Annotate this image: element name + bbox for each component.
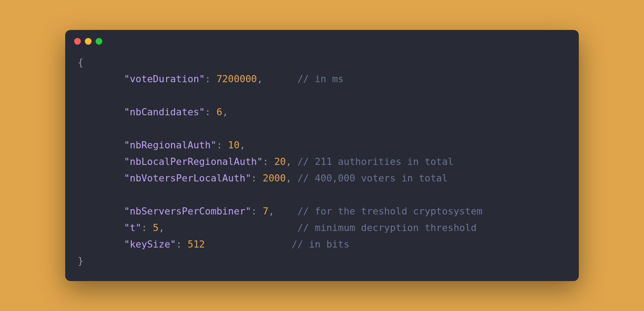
json-key: "nbLocalPerRegionalAuth" [124,156,263,167]
json-comment: // minimum decryption threshold [297,222,477,233]
json-comma: , [257,73,263,84]
json-comment: // 400,000 voters in total [297,172,448,184]
json-open-brace: { [78,57,84,68]
code-content: { "voteDuration": 7200000, // in ms "nbC… [65,48,579,281]
json-close-brace: } [78,255,84,266]
json-comma: , [222,106,228,118]
json-colon: : [176,239,188,250]
json-comment: // 211 authorities in total [297,156,454,167]
json-number: 7 [263,206,268,217]
json-key: "keySize" [124,239,176,250]
json-comma: , [239,139,245,151]
json-number: 20 [274,156,286,167]
json-colon: : [251,206,263,217]
json-key: "nbVotersPerLocalAuth" [124,172,251,184]
json-number: 5 [153,222,159,233]
minimize-icon[interactable] [85,38,92,45]
json-colon: : [217,139,228,151]
json-colon: : [141,222,153,233]
json-number: 7200000 [217,73,257,84]
json-comma: , [286,172,292,184]
json-colon: : [205,106,217,118]
json-number: 512 [188,239,205,250]
json-key: "nbCandidates" [124,106,205,118]
json-comma: , [286,156,292,167]
json-comment: // in ms [297,73,344,84]
maximize-icon[interactable] [96,38,102,45]
json-colon: : [263,156,274,167]
json-key: "nbRegionalAuth" [124,139,217,151]
json-colon: : [251,172,263,184]
json-comma: , [268,206,274,217]
json-key: "nbServersPerCombiner" [124,206,251,217]
close-icon[interactable] [74,38,81,45]
json-key: "t" [124,222,142,233]
json-number: 2000 [263,172,286,184]
json-key: "voteDuration" [124,73,205,84]
json-comma: , [159,222,164,233]
json-number: 10 [228,139,240,151]
json-colon: : [205,73,217,84]
json-comment: // for the treshold cryptosystem [297,206,482,217]
code-window: { "voteDuration": 7200000, // in ms "nbC… [65,30,579,281]
json-comment: // in bits [292,239,349,250]
window-titlebar [65,30,579,48]
json-number: 6 [217,106,222,118]
